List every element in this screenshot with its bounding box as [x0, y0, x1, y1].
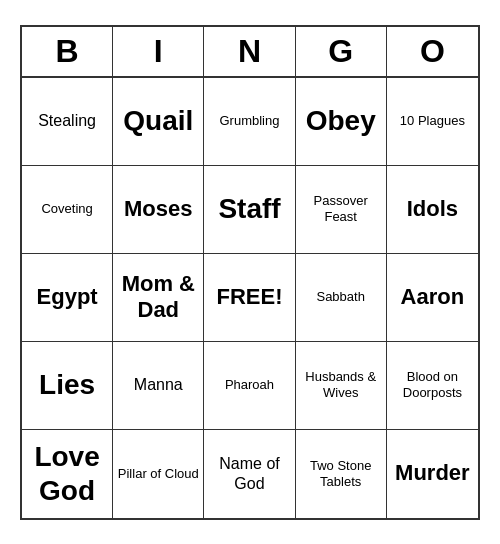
header-letter-n: N: [204, 27, 295, 76]
bingo-grid: StealingQuailGrumblingObey10 PlaguesCove…: [22, 78, 478, 518]
bingo-cell-14[interactable]: Aaron: [387, 254, 478, 342]
bingo-cell-0[interactable]: Stealing: [22, 78, 113, 166]
cell-text-14: Aaron: [401, 284, 465, 310]
cell-text-0: Stealing: [38, 111, 96, 130]
header-letter-o: O: [387, 27, 478, 76]
bingo-cell-6[interactable]: Moses: [113, 166, 204, 254]
cell-text-9: Idols: [407, 196, 458, 222]
bingo-cell-13[interactable]: Sabbath: [296, 254, 387, 342]
cell-text-5: Coveting: [41, 201, 92, 217]
cell-text-24: Murder: [395, 460, 470, 486]
bingo-cell-17[interactable]: Pharoah: [204, 342, 295, 430]
header-letter-g: G: [296, 27, 387, 76]
bingo-cell-22[interactable]: Name of God: [204, 430, 295, 518]
cell-text-20: Love God: [26, 440, 108, 507]
cell-text-15: Lies: [39, 368, 95, 402]
cell-text-7: Staff: [218, 192, 280, 226]
bingo-cell-24[interactable]: Murder: [387, 430, 478, 518]
bingo-cell-2[interactable]: Grumbling: [204, 78, 295, 166]
bingo-cell-3[interactable]: Obey: [296, 78, 387, 166]
bingo-cell-11[interactable]: Mom & Dad: [113, 254, 204, 342]
bingo-cell-23[interactable]: Two Stone Tablets: [296, 430, 387, 518]
cell-text-11: Mom & Dad: [117, 271, 199, 324]
bingo-cell-7[interactable]: Staff: [204, 166, 295, 254]
bingo-cell-21[interactable]: Pillar of Cloud: [113, 430, 204, 518]
cell-text-2: Grumbling: [220, 113, 280, 129]
cell-text-17: Pharoah: [225, 377, 274, 393]
header-letter-i: I: [113, 27, 204, 76]
cell-text-1: Quail: [123, 104, 193, 138]
bingo-cell-15[interactable]: Lies: [22, 342, 113, 430]
cell-text-19: Blood on Doorposts: [391, 369, 474, 400]
cell-text-16: Manna: [134, 375, 183, 394]
bingo-cell-12[interactable]: FREE!: [204, 254, 295, 342]
cell-text-10: Egypt: [37, 284, 98, 310]
bingo-cell-18[interactable]: Husbands & Wives: [296, 342, 387, 430]
bingo-cell-16[interactable]: Manna: [113, 342, 204, 430]
bingo-cell-10[interactable]: Egypt: [22, 254, 113, 342]
bingo-cell-9[interactable]: Idols: [387, 166, 478, 254]
bingo-cell-19[interactable]: Blood on Doorposts: [387, 342, 478, 430]
cell-text-18: Husbands & Wives: [300, 369, 382, 400]
cell-text-4: 10 Plagues: [400, 113, 465, 129]
cell-text-21: Pillar of Cloud: [118, 466, 199, 482]
bingo-cell-20[interactable]: Love God: [22, 430, 113, 518]
cell-text-22: Name of God: [208, 454, 290, 492]
header-letter-b: B: [22, 27, 113, 76]
cell-text-12: FREE!: [216, 284, 282, 310]
bingo-board: BINGO StealingQuailGrumblingObey10 Plagu…: [20, 25, 480, 520]
bingo-cell-8[interactable]: Passover Feast: [296, 166, 387, 254]
cell-text-3: Obey: [306, 104, 376, 138]
cell-text-8: Passover Feast: [300, 193, 382, 224]
bingo-cell-4[interactable]: 10 Plagues: [387, 78, 478, 166]
bingo-cell-1[interactable]: Quail: [113, 78, 204, 166]
bingo-cell-5[interactable]: Coveting: [22, 166, 113, 254]
cell-text-23: Two Stone Tablets: [300, 458, 382, 489]
cell-text-6: Moses: [124, 196, 192, 222]
cell-text-13: Sabbath: [316, 289, 364, 305]
bingo-header: BINGO: [22, 27, 478, 78]
